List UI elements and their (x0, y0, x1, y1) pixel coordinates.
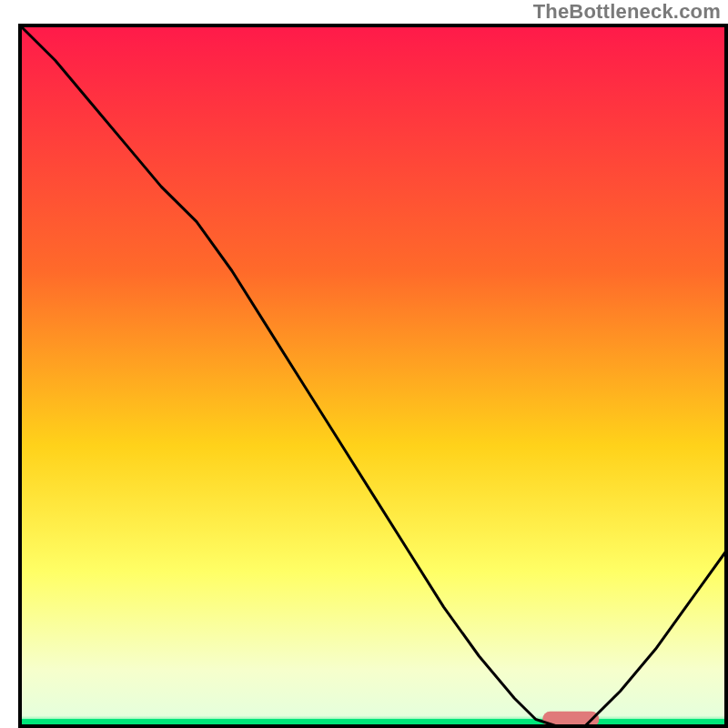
chart-svg (0, 0, 728, 728)
bottleneck-chart: TheBottleneck.com (0, 0, 728, 728)
watermark-label: TheBottleneck.com (533, 0, 721, 24)
chart-background (20, 25, 726, 726)
